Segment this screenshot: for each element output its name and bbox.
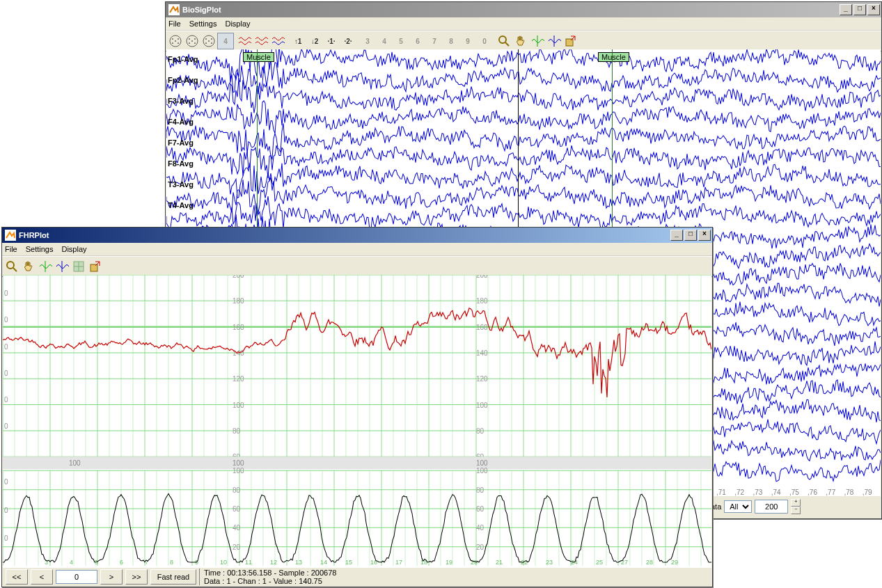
montage-4-icon[interactable]: 4 — [217, 33, 234, 49]
minimize-button[interactable]: _ — [670, 230, 683, 241]
svg-point-9 — [189, 42, 190, 44]
zoom-icon[interactable] — [496, 33, 512, 49]
zoom-icon[interactable] — [3, 258, 20, 275]
channel-label: F8-Avg — [168, 159, 194, 168]
scale-1-icon[interactable]: ·1· — [323, 33, 340, 49]
scale-value-input[interactable] — [755, 500, 788, 514]
menu-file[interactable]: File — [5, 245, 17, 253]
biosig-menubar: File Settings Display — [166, 17, 881, 31]
svg-text:140: 140 — [233, 349, 244, 357]
arrow-up-1-icon[interactable]: ↑1 — [290, 33, 306, 49]
channel-label: F4-Avg — [168, 118, 194, 126]
svg-text:120: 120 — [476, 375, 488, 383]
hand-icon[interactable] — [512, 33, 529, 49]
nav-last-button[interactable]: >> — [125, 569, 148, 585]
close-button[interactable]: × — [698, 230, 711, 241]
svg-text:28: 28 — [646, 559, 653, 566]
scale-spinner[interactable]: +− — [791, 499, 801, 514]
menu-settings[interactable]: Settings — [189, 19, 217, 28]
svg-text:80: 80 — [233, 427, 241, 435]
svg-point-13 — [205, 38, 207, 40]
wave-red-2-icon[interactable] — [253, 33, 270, 49]
svg-text:10: 10 — [220, 559, 227, 566]
n8-icon[interactable]: 8 — [443, 33, 459, 49]
n9-icon[interactable]: 9 — [459, 33, 476, 49]
svg-point-11 — [191, 40, 193, 42]
svg-point-2 — [178, 38, 179, 40]
svg-rect-30 — [90, 264, 97, 271]
svg-text:0: 0 — [4, 396, 8, 404]
svg-text:8: 8 — [170, 559, 173, 566]
svg-text:0: 0 — [4, 422, 8, 430]
event-muscle-2[interactable]: Muscle — [598, 52, 629, 62]
montage-3-icon[interactable] — [200, 33, 217, 49]
montage-2-icon[interactable] — [184, 33, 200, 49]
cursor-green-icon[interactable] — [37, 258, 54, 275]
cursor-blue-icon[interactable] — [54, 258, 70, 275]
svg-text:140: 140 — [476, 349, 488, 357]
menu-settings[interactable]: Settings — [26, 245, 54, 253]
fhrplot-window: FHRPlot _ □ × File Settings Display 2002… — [1, 227, 713, 587]
scale-2-icon[interactable]: ·2· — [340, 33, 356, 49]
n4-icon[interactable]: 4 — [376, 33, 393, 49]
biosig-title: BioSigPlot — [182, 6, 840, 14]
fhr-title: FHRPlot — [19, 231, 670, 239]
cursor-green-icon[interactable] — [529, 33, 546, 49]
wave-red-1-icon[interactable] — [237, 33, 253, 49]
svg-text:60: 60 — [233, 505, 241, 513]
export-icon[interactable] — [562, 33, 579, 49]
arrow-down-2-icon[interactable]: ↓2 — [306, 33, 323, 49]
cursor-blue-icon[interactable] — [546, 33, 562, 49]
svg-point-10 — [194, 42, 196, 44]
svg-text:0: 0 — [4, 370, 8, 377]
menu-display[interactable]: Display — [225, 19, 250, 28]
hand-icon[interactable] — [20, 258, 37, 275]
wave-mixed-icon[interactable] — [270, 33, 287, 49]
n3-icon[interactable]: 3 — [359, 33, 376, 49]
fast-read-button[interactable]: Fast read — [150, 569, 196, 585]
matlab-icon — [168, 4, 180, 15]
svg-text:80: 80 — [476, 427, 485, 435]
grid-icon[interactable] — [70, 258, 87, 275]
channel-select[interactable]: All — [724, 500, 752, 513]
svg-text:0: 0 — [4, 534, 8, 542]
svg-rect-22 — [566, 39, 573, 46]
minimize-button[interactable]: _ — [840, 4, 852, 15]
channel-label: F7-Avg — [168, 138, 194, 147]
close-button[interactable]: × — [867, 4, 880, 15]
svg-text:27: 27 — [621, 559, 628, 566]
n6-icon[interactable]: 6 — [409, 33, 426, 49]
menu-display[interactable]: Display — [61, 245, 86, 253]
event-muscle-1[interactable]: Muscle — [243, 52, 274, 62]
nav-next-button[interactable]: > — [100, 569, 123, 585]
svg-point-17 — [208, 40, 210, 42]
n7-icon[interactable]: 7 — [426, 33, 443, 49]
maximize-button[interactable]: □ — [684, 230, 697, 241]
svg-point-1 — [172, 38, 173, 40]
svg-line-19 — [505, 42, 509, 46]
biosig-titlebar[interactable]: BioSigPlot _ □ × — [166, 2, 881, 17]
svg-text:20: 20 — [476, 543, 485, 551]
status-line-2: Data : 1 - Chan : 1 - Value : 140.75 — [204, 577, 336, 585]
fhr-plot-area[interactable]: 2002001801801601601401401201201001008080… — [3, 275, 711, 567]
svg-text:120: 120 — [233, 375, 244, 383]
channel-label: T3-Avg — [168, 180, 194, 189]
maximize-button[interactable]: □ — [853, 4, 866, 15]
n5-icon[interactable]: 5 — [393, 33, 409, 49]
svg-point-16 — [211, 42, 212, 44]
fhr-bottom-bar: << < > >> Fast read Time : 00:13:56.158 … — [3, 567, 711, 586]
montage-1-icon[interactable] — [167, 33, 184, 49]
nav-position-input[interactable] — [56, 570, 97, 584]
channel-label: F3-Avg — [168, 97, 194, 105]
svg-text:80: 80 — [233, 486, 241, 494]
nav-first-button[interactable]: << — [6, 569, 28, 585]
nav-prev-button[interactable]: < — [31, 569, 53, 585]
export-icon[interactable] — [87, 258, 104, 275]
svg-text:4: 4 — [70, 559, 73, 566]
svg-point-15 — [205, 42, 207, 44]
menu-file[interactable]: File — [168, 19, 181, 28]
fhr-titlebar[interactable]: FHRPlot _ □ × — [2, 228, 712, 243]
n0-icon[interactable]: 0 — [476, 33, 493, 49]
biosig-time-axis: ,71,72,73,74,75,76,77,78,79 — [716, 488, 881, 496]
svg-text:100: 100 — [69, 459, 81, 467]
